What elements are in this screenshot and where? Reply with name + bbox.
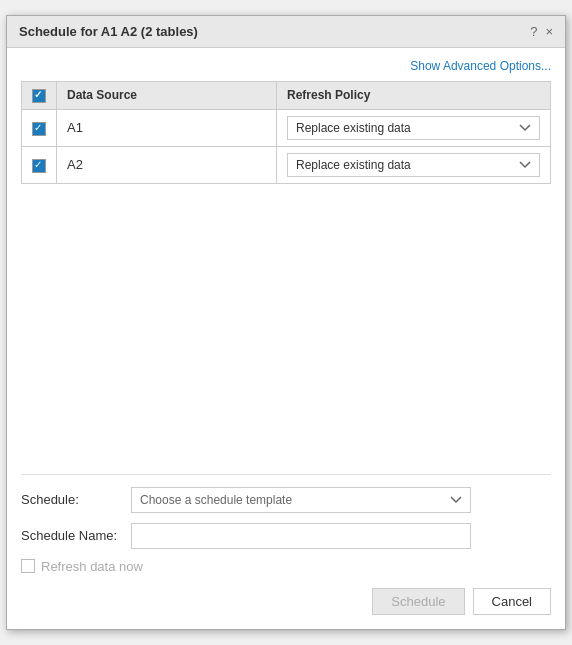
schedule-row: Schedule: Choose a schedule template [21,487,551,513]
header-policy: Refresh Policy [277,82,551,110]
refresh-now-checkbox[interactable] [21,559,35,573]
schedule-button[interactable]: Schedule [372,588,464,615]
cancel-button[interactable]: Cancel [473,588,551,615]
refresh-now-label: Refresh data now [41,559,143,574]
header-datasource: Data Source [57,82,277,110]
schedule-name-label: Schedule Name: [21,528,131,543]
schedule-dialog: Schedule for A1 A2 (2 tables) ? × Show A… [6,15,566,630]
row-a2-checkbox-cell [22,146,57,183]
row-a2-policy-select[interactable]: Replace existing data Append to existing… [287,153,540,177]
schedule-name-input[interactable] [131,523,471,549]
row-a2-checkbox[interactable] [32,159,46,173]
row-a1-policy-select[interactable]: Replace existing data Append to existing… [287,116,540,140]
footer-buttons: Schedule Cancel [21,588,551,615]
schedule-name-row: Schedule Name: [21,523,551,549]
row-a2-policy-cell: Replace existing data Append to existing… [277,146,551,183]
show-advanced-options-link[interactable]: Show Advanced Options... [410,59,551,73]
data-source-table: Data Source Refresh Policy A1 Replace ex… [21,81,551,184]
row-a1-datasource: A1 [57,109,277,146]
table-row: A1 Replace existing data Append to exist… [22,109,551,146]
title-bar: Schedule for A1 A2 (2 tables) ? × [7,16,565,48]
row-a1-checkbox[interactable] [32,122,46,136]
table-header-row: Data Source Refresh Policy [22,82,551,110]
schedule-select[interactable]: Choose a schedule template [131,487,471,513]
advanced-options-section: Show Advanced Options... [21,58,551,73]
form-section: Schedule: Choose a schedule template Sch… [21,474,551,615]
row-a1-policy-cell: Replace existing data Append to existing… [277,109,551,146]
spacer [21,194,551,474]
close-icon[interactable]: × [545,24,553,39]
header-checkbox-cell [22,82,57,110]
row-a1-checkbox-cell [22,109,57,146]
row-a2-datasource: A2 [57,146,277,183]
help-icon[interactable]: ? [530,24,537,39]
title-bar-icons: ? × [530,24,553,39]
schedule-label: Schedule: [21,492,131,507]
refresh-now-row: Refresh data now [21,559,551,574]
dialog-body: Show Advanced Options... Data Source Ref… [7,48,565,629]
table-row: A2 Replace existing data Append to exist… [22,146,551,183]
header-checkbox[interactable] [32,89,46,103]
dialog-title: Schedule for A1 A2 (2 tables) [19,24,198,39]
